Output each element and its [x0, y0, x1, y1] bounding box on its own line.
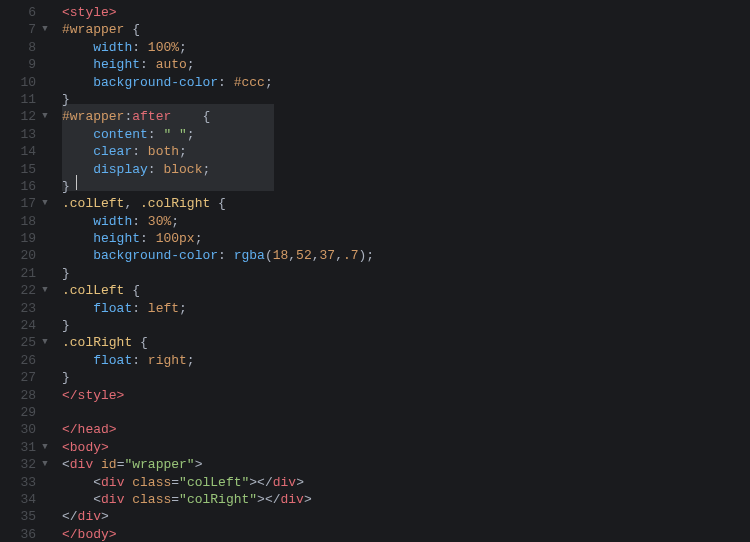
code-line[interactable]: <div id="wrapper">: [56, 456, 750, 473]
token-angle: </: [62, 509, 78, 524]
code-line[interactable]: float: left;: [56, 300, 750, 317]
line-number: 23: [10, 300, 38, 317]
code-line[interactable]: content: " ";: [56, 126, 750, 143]
code-line[interactable]: <div class="colLeft"></div>: [56, 474, 750, 491]
gutter-line: 16: [0, 178, 56, 195]
gutter-line: 35: [0, 508, 56, 525]
code-line[interactable]: float: right;: [56, 352, 750, 369]
token-punct: [62, 75, 93, 90]
token-angle: <: [93, 475, 101, 490]
token-val: right: [148, 353, 187, 368]
token-prop: width: [93, 214, 132, 229]
token-prop: width: [93, 40, 132, 55]
line-number: 18: [10, 213, 38, 230]
token-angle: </: [257, 475, 273, 490]
token-num: 100px: [156, 231, 195, 246]
code-line[interactable]: </head>: [56, 421, 750, 438]
token-brace: }: [62, 266, 70, 281]
fold-toggle-icon[interactable]: ▼: [38, 195, 52, 212]
token-prop: float: [93, 353, 132, 368]
fold-toggle-icon[interactable]: ▼: [38, 21, 52, 38]
token-punct: :: [148, 162, 164, 177]
code-line[interactable]: </style>: [56, 387, 750, 404]
code-line[interactable]: <body>: [56, 439, 750, 456]
token-brace: {: [218, 196, 226, 211]
code-line[interactable]: background-color: #ccc;: [56, 74, 750, 91]
gutter-line: 29: [0, 404, 56, 421]
code-line[interactable]: background-color: rgba(18,52,37,.7);: [56, 247, 750, 264]
fold-toggle-icon[interactable]: ▼: [38, 439, 52, 456]
fold-toggle-icon[interactable]: ▼: [38, 108, 52, 125]
gutter-line: 21: [0, 265, 56, 282]
token-punct: [62, 40, 93, 55]
gutter-line: 13: [0, 126, 56, 143]
code-area[interactable]: <style>#wrapper { width: 100%; height: a…: [56, 0, 750, 542]
text-cursor: [76, 175, 77, 190]
code-line[interactable]: }: [56, 317, 750, 334]
token-punct: (: [265, 248, 273, 263]
gutter-line: 8: [0, 39, 56, 56]
token-brace: {: [202, 109, 210, 124]
token-punct: [62, 57, 93, 72]
code-line[interactable]: #wrapper:after {: [56, 108, 750, 125]
fold-toggle-icon[interactable]: ▼: [38, 456, 52, 473]
line-number: 28: [10, 387, 38, 404]
gutter-line: 20: [0, 247, 56, 264]
token-punct: ;: [171, 214, 179, 229]
line-number: 34: [10, 491, 38, 508]
token-angle: <: [62, 457, 70, 472]
code-line[interactable]: <div class="colRight"></div>: [56, 491, 750, 508]
token-num: 30%: [148, 214, 171, 229]
token-punct: =: [171, 475, 179, 490]
fold-toggle-icon[interactable]: ▼: [38, 282, 52, 299]
token-func: rgba: [234, 248, 265, 263]
token-punct: [62, 475, 93, 490]
line-number: 8: [10, 39, 38, 56]
gutter-line: 27: [0, 369, 56, 386]
code-line[interactable]: display: block;: [56, 161, 750, 178]
token-punct: [62, 144, 93, 159]
token-val: both: [148, 144, 179, 159]
token-punct: [62, 353, 93, 368]
code-line[interactable]: clear: both;: [56, 143, 750, 160]
token-attrv: "colRight": [179, 492, 257, 507]
token-punct: ,: [335, 248, 343, 263]
token-punct: :: [218, 248, 234, 263]
token-angle: >: [304, 492, 312, 507]
token-punct: );: [359, 248, 375, 263]
token-tag: <style>: [62, 5, 117, 20]
code-line[interactable]: height: 100px;: [56, 230, 750, 247]
token-punct: [132, 335, 140, 350]
token-num: .7: [343, 248, 359, 263]
code-line[interactable]: .colLeft, .colRight {: [56, 195, 750, 212]
code-line[interactable]: [56, 404, 750, 421]
code-line[interactable]: <style>: [56, 4, 750, 21]
code-line[interactable]: </div>: [56, 508, 750, 525]
code-line[interactable]: width: 100%;: [56, 39, 750, 56]
gutter-line: 24: [0, 317, 56, 334]
code-line[interactable]: #wrapper {: [56, 21, 750, 38]
code-line[interactable]: </body>: [56, 526, 750, 542]
code-line[interactable]: }: [56, 369, 750, 386]
code-line[interactable]: }: [56, 91, 750, 108]
token-sel: #wrapper: [62, 22, 124, 37]
token-num: 18: [273, 248, 289, 263]
code-line[interactable]: width: 30%;: [56, 213, 750, 230]
code-line[interactable]: .colLeft {: [56, 282, 750, 299]
gutter-line: 6: [0, 4, 56, 21]
gutter-line: 22▼: [0, 282, 56, 299]
line-number: 36: [10, 526, 38, 542]
token-selc: .colRight: [62, 335, 132, 350]
code-line[interactable]: }: [56, 265, 750, 282]
code-line[interactable]: }: [56, 178, 750, 195]
gutter-line: 15: [0, 161, 56, 178]
token-num: 37: [320, 248, 336, 263]
token-punct: ;: [179, 40, 187, 55]
code-editor[interactable]: 67▼89101112▼1314151617▼1819202122▼232425…: [0, 0, 750, 542]
token-tag: div: [101, 475, 124, 490]
token-tag: div: [281, 492, 304, 507]
gutter-line: 19: [0, 230, 56, 247]
code-line[interactable]: height: auto;: [56, 56, 750, 73]
code-line[interactable]: .colRight {: [56, 334, 750, 351]
fold-toggle-icon[interactable]: ▼: [38, 334, 52, 351]
